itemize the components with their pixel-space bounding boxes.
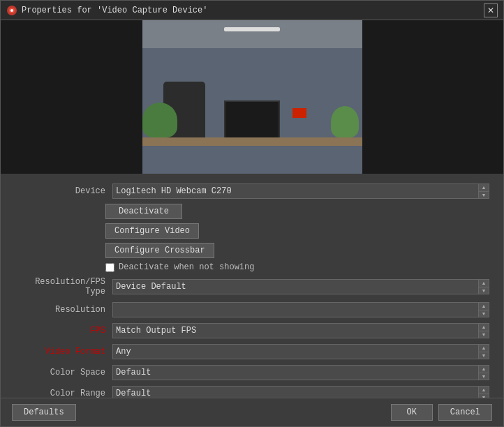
color-range-spinner: ▲ ▼	[478, 386, 489, 398]
resolution-select[interactable]	[112, 302, 478, 317]
resolution-fps-type-spinner: ▲ ▼	[478, 279, 489, 294]
color-space-label: Color Space	[15, 368, 112, 377]
resolution-fps-type-control: Device Default ▲ ▼	[112, 279, 489, 294]
fps-control: Match Output FPS ▲ ▼	[112, 323, 489, 338]
deactivate-row: Deactivate	[1, 202, 503, 221]
video-format-label: Video Format	[15, 347, 112, 357]
color-space-dropdown-wrapper[interactable]: Default ▲ ▼	[112, 365, 489, 380]
device-control: Logitech HD Webcam C270 ▲ ▼	[112, 183, 489, 199]
color-range-control: Default ▲ ▼	[112, 386, 489, 398]
color-space-spinner: ▲ ▼	[478, 365, 489, 380]
close-button[interactable]: ✕	[484, 3, 498, 17]
color-space-spin-down[interactable]: ▼	[479, 373, 489, 380]
color-range-select[interactable]: Default	[112, 386, 478, 398]
svg-point-2	[10, 9, 13, 12]
video-format-row: Video Format Any ▲ ▼	[1, 341, 503, 362]
resolution-row: Resolution ▲ ▼	[1, 299, 503, 320]
color-range-label: Color Range	[15, 389, 112, 398]
fps-dropdown-wrapper[interactable]: Match Output FPS ▲ ▼	[112, 323, 489, 338]
defaults-button[interactable]: Defaults	[12, 404, 76, 421]
configure-video-row: Configure Video	[1, 221, 503, 241]
resolution-spin-down[interactable]: ▼	[479, 310, 489, 317]
resolution-fps-type-row: Resolution/FPS Type Device Default ▲ ▼	[1, 274, 503, 299]
title-bar-text: Properties for 'Video Capture Device'	[22, 6, 207, 15]
device-spin-up[interactable]: ▲	[479, 184, 489, 192]
color-space-control: Default ▲ ▼	[112, 365, 489, 380]
dialog-window: Properties for 'Video Capture Device' ✕ …	[0, 0, 504, 427]
video-format-spinner: ▲ ▼	[478, 344, 489, 359]
device-spin-down[interactable]: ▼	[479, 192, 489, 199]
title-bar-left: Properties for 'Video Capture Device'	[6, 5, 207, 16]
video-format-spin-up[interactable]: ▲	[479, 345, 489, 352]
deactivate-when-not-showing-checkbox[interactable]	[105, 263, 114, 272]
resolution-fps-type-select[interactable]: Device Default	[112, 279, 478, 294]
color-range-row: Color Range Default ▲ ▼	[1, 383, 503, 398]
video-format-dropdown-wrapper[interactable]: Any ▲ ▼	[112, 344, 489, 359]
deactivate-when-not-showing-label[interactable]: Deactivate when not showing	[119, 262, 254, 272]
deactivate-checkbox-row: Deactivate when not showing	[1, 260, 503, 274]
app-icon	[6, 5, 17, 16]
resolution-fps-type-spin-down[interactable]: ▼	[479, 287, 489, 294]
device-dropdown-wrapper[interactable]: Logitech HD Webcam C270 ▲ ▼	[112, 183, 489, 199]
title-bar: Properties for 'Video Capture Device' ✕	[1, 1, 503, 20]
color-space-row: Color Space Default ▲ ▼	[1, 362, 503, 383]
resolution-dropdown-wrapper[interactable]: ▲ ▼	[112, 302, 489, 317]
resolution-control: ▲ ▼	[112, 302, 489, 317]
fps-spinner: ▲ ▼	[478, 323, 489, 338]
color-range-dropdown-wrapper[interactable]: Default ▲ ▼	[112, 386, 489, 398]
content-area: Device Logitech HD Webcam C270 ▲ ▼ Deact…	[1, 174, 503, 398]
resolution-fps-type-spin-up[interactable]: ▲	[479, 280, 489, 287]
resolution-spin-up[interactable]: ▲	[479, 303, 489, 310]
color-space-select[interactable]: Default	[112, 365, 478, 380]
bottom-bar: Defaults OK Cancel	[1, 398, 503, 426]
video-format-control: Any ▲ ▼	[112, 344, 489, 359]
bottom-right-buttons: OK Cancel	[391, 404, 492, 421]
deactivate-button[interactable]: Deactivate	[105, 204, 182, 219]
resolution-label: Resolution	[15, 305, 112, 315]
color-range-spin-up[interactable]: ▲	[479, 387, 489, 394]
device-row: Device Logitech HD Webcam C270 ▲ ▼	[1, 181, 503, 202]
device-select[interactable]: Logitech HD Webcam C270	[112, 183, 478, 199]
resolution-fps-type-dropdown-wrapper[interactable]: Device Default ▲ ▼	[112, 279, 489, 294]
preview-area	[1, 20, 503, 174]
fps-spin-up[interactable]: ▲	[479, 324, 489, 331]
device-spinner: ▲ ▼	[478, 183, 489, 199]
configure-crossbar-row: Configure Crossbar	[1, 241, 503, 260]
fps-label: FPS	[15, 326, 112, 336]
configure-video-button[interactable]: Configure Video	[105, 223, 199, 239]
cancel-button[interactable]: Cancel	[438, 404, 492, 421]
video-format-select[interactable]: Any	[112, 344, 478, 359]
device-label: Device	[15, 186, 112, 196]
resolution-fps-type-label: Resolution/FPS Type	[15, 277, 112, 297]
video-format-spin-down[interactable]: ▼	[479, 352, 489, 359]
color-space-spin-up[interactable]: ▲	[479, 366, 489, 373]
resolution-spinner: ▲ ▼	[478, 302, 489, 317]
fps-spin-down[interactable]: ▼	[479, 331, 489, 338]
fps-select[interactable]: Match Output FPS	[112, 323, 478, 338]
fps-row: FPS Match Output FPS ▲ ▼	[1, 320, 503, 341]
webcam-preview	[142, 20, 362, 174]
configure-crossbar-button[interactable]: Configure Crossbar	[105, 243, 214, 258]
ok-button[interactable]: OK	[391, 404, 433, 421]
